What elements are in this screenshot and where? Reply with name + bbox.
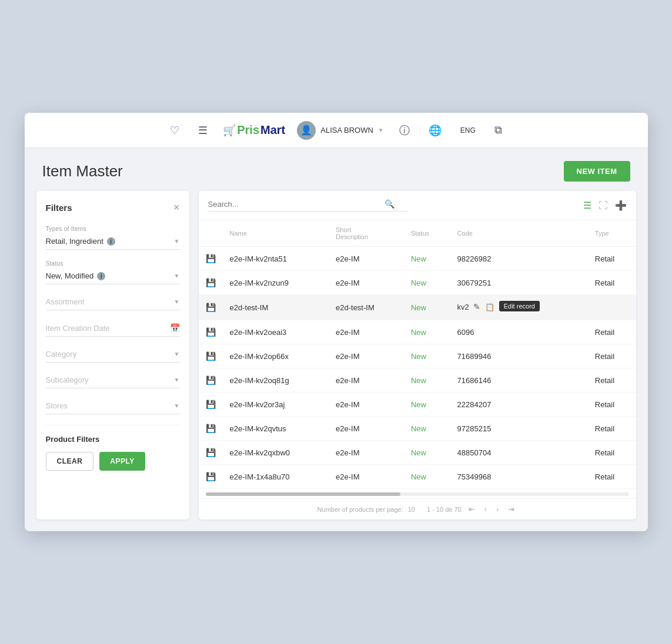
fullscreen-icon[interactable]: ⧉	[491, 120, 506, 140]
row-short-description: e2e-IM	[329, 465, 404, 489]
scrollbar-track	[206, 492, 629, 496]
row-name: e2e-IM-kv2nta51	[223, 247, 329, 271]
row-type	[588, 295, 636, 320]
filter-status: Status New, Modified i ▼	[46, 260, 180, 284]
menu-icon[interactable]: ☰	[195, 120, 211, 140]
next-page-button[interactable]: ›	[494, 504, 501, 515]
types-select[interactable]: Retail, Ingredient i ▼	[46, 234, 180, 250]
row-type: Retail	[588, 247, 636, 271]
search-input-wrap: 🔍	[208, 199, 408, 212]
category-placeholder: Category	[46, 350, 77, 358]
row-icon-cell: 💾	[199, 465, 223, 489]
table-row[interactable]: 💾e2e-IM-kv2or3aje2e-IMNew22284207Retail	[199, 393, 636, 417]
row-type: Retail	[588, 344, 636, 368]
row-name: e2e-IM-kv2or3aj	[223, 393, 329, 417]
row-status: New	[404, 344, 450, 368]
row-status: New	[404, 247, 450, 271]
row-type: Retail	[588, 368, 636, 393]
notification-icon[interactable]: ♡	[166, 120, 183, 140]
status-badge: New	[411, 472, 426, 481]
row-icon-cell: 💾	[199, 441, 223, 465]
row-short-description: e2e-IM	[329, 368, 404, 393]
add-column-icon[interactable]: ➕	[615, 200, 627, 211]
row-icon-cell: 💾	[199, 320, 223, 344]
row-short-description: e2e-IM	[329, 320, 404, 344]
th-icon	[199, 220, 223, 247]
row-short-description: e2e-IM	[329, 344, 404, 368]
user-dropdown-arrow: ▼	[378, 127, 384, 133]
edit-tooltip: Edit record	[499, 301, 540, 311]
item-creation-date-select[interactable]: Item Creation Date 📅	[46, 321, 180, 337]
table-row[interactable]: 💾e2d-test-IMe2d-test-IMNewkv2 ✎ 📋 Edit r…	[199, 295, 636, 320]
prev-page-button[interactable]: ‹	[482, 504, 489, 515]
row-icon-cell: 💾	[199, 393, 223, 417]
row-icon-cell: 💾	[199, 295, 223, 320]
apply-button[interactable]: APPLY	[99, 452, 145, 471]
clear-button[interactable]: CLEAR	[46, 452, 94, 471]
main-content: Filters × Types of Items Retail, Ingredi…	[25, 191, 648, 531]
th-status: Status	[404, 220, 450, 247]
expand-icon[interactable]: ⛶	[599, 200, 608, 211]
logo-mart: Mart	[260, 123, 285, 137]
th-type: Type	[588, 220, 636, 247]
row-status: New	[404, 441, 450, 465]
new-item-button[interactable]: NEW ITEM	[564, 161, 630, 182]
sidebar-actions: CLEAR APPLY	[46, 452, 180, 471]
page-range: 1 - 10 de 70	[427, 506, 462, 513]
items-table: Name ShortDescription Status Code Type 💾…	[199, 220, 636, 489]
row-code: 97285215	[450, 417, 588, 441]
table-row[interactable]: 💾e2e-IM-kv2oeai3e2e-IMNew6096Retail	[199, 320, 636, 344]
copy-icon[interactable]: 📋	[485, 303, 494, 311]
row-short-description: e2e-IM	[329, 441, 404, 465]
user-menu[interactable]: 👤 ALISA BROWN ▼	[297, 121, 383, 140]
stores-select[interactable]: Stores ▼	[46, 399, 180, 414]
status-select[interactable]: New, Modified i ▼	[46, 269, 180, 284]
stores-placeholder: Stores	[46, 401, 68, 410]
table-row[interactable]: 💾e2e-IM-kv2nzun9e2e-IMNew30679251Retail	[199, 271, 636, 295]
table-row[interactable]: 💾e2e-IM-kv2qvtuse2e-IMNew97285215Retail	[199, 417, 636, 441]
row-short-description: e2e-IM	[329, 393, 404, 417]
per-page-label: Number of products per page:	[317, 506, 403, 513]
language-icon[interactable]: 🌐	[425, 120, 445, 140]
assortment-select[interactable]: Assortment ▼	[46, 295, 180, 310]
status-badge: New	[411, 424, 426, 433]
table-row[interactable]: 💾e2e-IM-kv2op66xe2e-IMNew71689946Retail	[199, 344, 636, 368]
row-icon-cell: 💾	[199, 368, 223, 393]
user-name: ALISA BROWN	[320, 126, 373, 135]
filter-icon[interactable]: ☰	[583, 200, 591, 211]
search-input[interactable]	[208, 200, 385, 209]
last-page-button[interactable]: ⇥	[506, 504, 517, 515]
row-code: 6096	[450, 320, 588, 344]
row-status: New	[404, 368, 450, 393]
help-icon[interactable]: ⓘ	[396, 120, 413, 141]
row-type: Retail	[588, 393, 636, 417]
table-row[interactable]: 💾e2e-IM-kv2qxbw0e2e-IMNew48850704Retail	[199, 441, 636, 465]
row-short-description: e2e-IM	[329, 417, 404, 441]
page-header: Item Master NEW ITEM	[25, 148, 648, 191]
row-code: 71689946	[450, 344, 588, 368]
app-logo: 🛒 PrisMart	[223, 123, 285, 137]
table-row[interactable]: 💾e2e-IM-1x4a8u70e2e-IMNew75349968Retail	[199, 465, 636, 489]
filters-sidebar: Filters × Types of Items Retail, Ingredi…	[36, 191, 189, 519]
language-label: ENG	[457, 123, 479, 138]
row-status: New	[404, 320, 450, 344]
row-type: Retail	[588, 320, 636, 344]
first-page-button[interactable]: ⇤	[466, 504, 477, 515]
assortment-placeholder: Assortment	[46, 297, 85, 306]
close-filters-button[interactable]: ×	[173, 202, 180, 214]
cart-icon: 🛒	[223, 124, 236, 137]
stores-dropdown-arrow: ▼	[174, 402, 180, 409]
table-row[interactable]: 💾e2e-IM-kv2oq81ge2e-IMNew71686146Retail	[199, 368, 636, 393]
status-badge: New	[411, 400, 426, 409]
row-name: e2d-test-IM	[223, 295, 329, 320]
edit-icon[interactable]: ✎	[471, 301, 483, 313]
row-save-icon: 💾	[206, 254, 216, 263]
category-select[interactable]: Category ▼	[46, 347, 180, 363]
avatar: 👤	[297, 121, 316, 140]
status-badge: New	[411, 303, 426, 312]
subcategory-select[interactable]: Subcategory ▼	[46, 373, 180, 388]
horizontal-scrollbar[interactable]	[199, 489, 636, 498]
row-icon-cell: 💾	[199, 247, 223, 271]
row-icon-cell: 💾	[199, 417, 223, 441]
table-row[interactable]: 💾e2e-IM-kv2nta51e2e-IMNew98226982Retail	[199, 247, 636, 271]
